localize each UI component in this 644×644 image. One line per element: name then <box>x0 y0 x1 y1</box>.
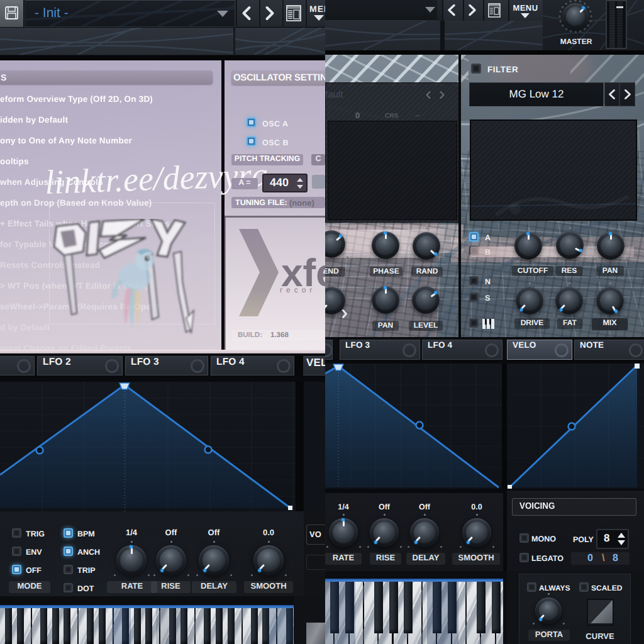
svg-text:recor: recor <box>280 286 316 294</box>
